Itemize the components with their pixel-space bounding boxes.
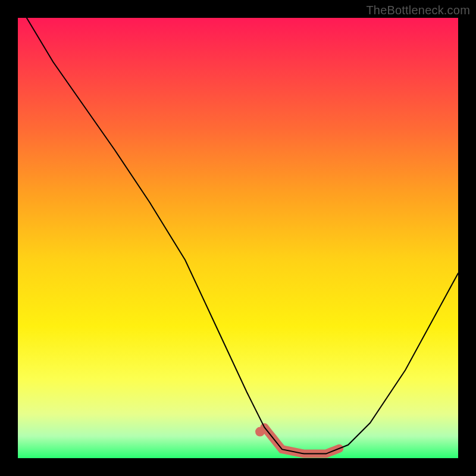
chart-frame: TheBottleneck.com [0,0,476,476]
watermark-text: TheBottleneck.com [366,4,470,17]
curve-svg [18,18,458,458]
plot-area [18,18,458,458]
marker-dot [255,427,265,437]
bottleneck-curve [27,18,458,454]
